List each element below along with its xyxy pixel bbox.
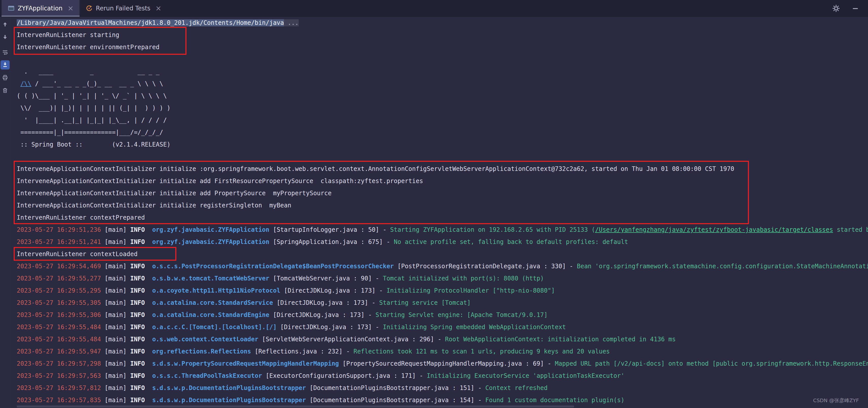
log-segment: Starting service [Tomcat] [379, 299, 471, 306]
console-line: ( ( )\___ | '_ | '_| | '_ \/ _` | \ \ \ … [17, 90, 868, 102]
log-segment [145, 397, 152, 404]
log-segment: [StartupInfoLogger.java : 50] - [269, 226, 390, 233]
log-segment: INFO [130, 263, 145, 270]
log-segment: [PostProcessorRegistrationDelegate.java … [394, 263, 577, 270]
log-segment: 2023-05-27 16:29:55,295 [17, 287, 101, 294]
log-segment: [main] [101, 360, 130, 367]
log-segment: [DocumentationPluginsBootstrapper.java :… [306, 384, 486, 391]
console-line: \\/ ___)| |_)| | | | | || (_| | ) ) ) ) [17, 102, 868, 114]
console-line: InterveneApplicationContextInitializer i… [17, 163, 868, 175]
tab-zyfapplication[interactable]: ZYFApplication × [2, 0, 80, 17]
log-segment: InterveneApplicationContextInitializer i… [17, 165, 734, 172]
log-segment: [DirectJDKLog.java : 173] - [280, 287, 386, 294]
log-segment: InterveneApplicationContextInitializer i… [17, 177, 423, 184]
clear-all-icon[interactable] [1, 86, 10, 95]
log-segment: 2023-05-27 16:29:55,305 [17, 299, 101, 306]
gear-icon[interactable] [831, 3, 841, 13]
log-segment: s.d.s.w.p.DocumentationPluginsBootstrapp… [152, 384, 306, 391]
log-segment: 2023-05-27 16:29:57,835 [17, 397, 101, 404]
log-segment: 2023-05-27 16:29:57,563 [17, 372, 101, 379]
log-segment: o.a.c.c.C.[Tomcat].[localhost].[/] [152, 324, 277, 331]
log-segment: Root WebApplicationContext: initializati… [445, 336, 676, 343]
log-segment: [TomcatWebServer.java : 90] - [269, 275, 383, 282]
log-segment: :: Spring Boot :: (v2.1.4.RELEASE) [17, 141, 170, 148]
log-segment [145, 238, 152, 245]
tab-label: Rerun Failed Tests [96, 5, 150, 12]
console-line: =========|_|==============|___/=/_/_/_/ [17, 126, 868, 139]
log-segment: Context refreshed [486, 384, 548, 391]
log-segment: [main] [101, 299, 130, 306]
log-segment: [main] [101, 287, 130, 294]
tab-close-icon[interactable]: × [68, 5, 73, 12]
scroll-to-end-icon[interactable] [1, 60, 10, 69]
minimize-icon[interactable] [850, 3, 860, 13]
log-segment: s.d.s.w.p.DocumentationPluginsBootstrapp… [152, 397, 306, 404]
log-segment: INFO [130, 311, 145, 319]
horizontal-scrollbar[interactable] [10, 405, 868, 408]
log-segment: IntervenRunListener contextLoaded [17, 251, 137, 258]
log-segment: o.a.coyote.http11.Http11NioProtocol [152, 287, 280, 294]
log-segment: Bean 'org.springframework.statemachine.c… [577, 263, 868, 270]
print-icon[interactable] [1, 73, 10, 82]
console-line: 2023-05-27 16:29:51,241 [main] INFO org.… [17, 236, 868, 248]
log-segment [145, 348, 152, 355]
console-line: IntervenRunListener contextLoaded [17, 248, 868, 260]
console-line [17, 151, 868, 163]
banner-link[interactable]: /\\ [20, 80, 31, 87]
log-segment: [main] [101, 348, 130, 355]
console-toolbar [0, 17, 10, 408]
log-segment: 2023-05-27 16:29:55,484 [17, 336, 101, 343]
watermark: CSDN @张彦峰ZYF [813, 397, 859, 404]
console-line: 2023-05-27 16:29:57,835 [main] INFO s.d.… [17, 394, 868, 406]
console-line: 2023-05-27 16:29:57,812 [main] INFO s.d.… [17, 382, 868, 394]
log-segment: IntervenRunListener environmentPrepared [17, 43, 160, 51]
log-segment: [SpringApplication.java : 675] - [269, 238, 394, 245]
log-segment: o.s.web.context.ContextLoader [152, 336, 258, 343]
run-tool-window: ZYFApplication × Rerun Failed Tests × [0, 0, 868, 408]
log-segment: o.a.catalina.core.StandardService [152, 299, 273, 306]
log-segment: [ExecutorConfigurationSupport.java : 171… [262, 372, 427, 379]
log-segment: INFO [130, 397, 145, 404]
console-line: 2023-05-27 16:29:57,563 [main] INFO o.s.… [17, 370, 868, 382]
log-segment [145, 372, 152, 379]
log-segment: [DirectJDKLog.java : 173] - [277, 324, 383, 331]
log-segment: Initializing Spring embedded WebApplicat… [383, 324, 566, 331]
console-line: :: Spring Boot :: (v2.1.4.RELEASE) [17, 139, 868, 151]
console-line: . ____ _ __ _ _ [17, 65, 868, 78]
log-segment: [main] [101, 238, 130, 245]
console-line: 2023-05-27 16:29:55,295 [main] INFO o.a.… [17, 285, 868, 297]
console-line: 2023-05-27 16:29:55,947 [main] INFO org.… [17, 345, 868, 357]
log-segment: Found 1 custom documentation plugin(s) [486, 397, 624, 404]
soft-wrap-icon[interactable] [1, 48, 10, 57]
log-segment: IntervenRunListener starting [17, 31, 119, 38]
up-arrow-icon[interactable] [1, 20, 10, 29]
log-segment: [main] [101, 311, 130, 319]
log-segment [17, 80, 20, 87]
log-segment: 2023-05-27 16:29:55,306 [17, 311, 101, 319]
log-segment [145, 299, 152, 306]
log-segment: /Library/Java/JavaVirtualMachines/jdk1.8… [17, 19, 284, 26]
log-segment [145, 263, 152, 270]
scrollbar-thumb[interactable] [17, 405, 574, 407]
console-line: InterveneApplicationContextInitializer i… [17, 199, 868, 211]
console-line [17, 53, 868, 65]
log-segment: IntervenRunListener contextPrepared [17, 214, 145, 221]
console-line: 2023-05-27 16:29:55,305 [main] INFO o.a.… [17, 297, 868, 309]
log-segment: / ___'_ __ _ _(_)_ __ __ _ \ \ \ \ [31, 80, 163, 87]
log-segment: [main] [101, 397, 130, 404]
console-line: InterveneApplicationContextInitializer i… [17, 187, 868, 199]
log-segment: INFO [130, 299, 145, 306]
file-link[interactable]: /Users/yanfengzhang/java/zyftest/zyfboot… [595, 226, 833, 233]
log-segment: ( ( )\___ | '_ | '_| | '_ \/ _` | \ \ \ … [17, 92, 167, 99]
console-output[interactable]: /Library/Java/JavaVirtualMachines/jdk1.8… [10, 17, 868, 408]
console-line: /Library/Java/JavaVirtualMachines/jdk1.8… [17, 17, 868, 29]
tab-close-icon[interactable]: × [156, 5, 161, 12]
log-segment: INFO [130, 287, 145, 294]
log-segment: 2023-05-27 16:29:55,484 [17, 324, 101, 331]
tab-rerun-failed-tests[interactable]: Rerun Failed Tests × [80, 0, 167, 17]
down-arrow-icon[interactable] [1, 32, 10, 41]
log-segment [145, 275, 152, 282]
log-segment: o.s.c.s.PostProcessorRegistrationDelegat… [152, 263, 394, 270]
console-line: 2023-05-27 16:29:55,484 [main] INFO o.s.… [17, 333, 868, 345]
tab-bar-actions [831, 0, 868, 17]
